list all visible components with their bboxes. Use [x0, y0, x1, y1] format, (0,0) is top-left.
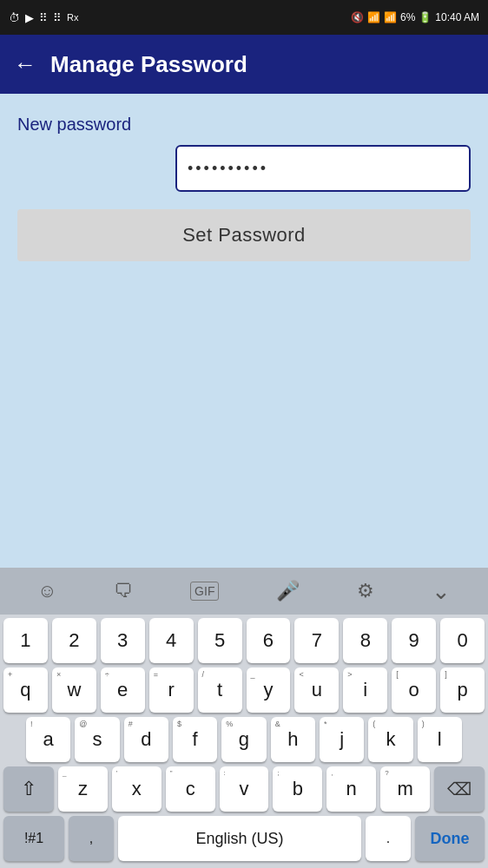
clock-icon: ⏱: [9, 11, 20, 24]
key-7[interactable]: 7: [294, 618, 339, 663]
password-input-wrapper: [17, 145, 471, 192]
key-q[interactable]: +q: [3, 667, 48, 713]
keyboard-bottom-row: !#1 , English (US) . Done: [0, 816, 488, 865]
keyboard-rows: 1 2 3 4 5 6 7 8 9 0 +q ×w ÷e =r /t _y <u…: [0, 615, 488, 812]
key-2[interactable]: 2: [52, 618, 96, 663]
key-g[interactable]: %g: [221, 717, 266, 762]
backspace-key[interactable]: ⌫: [434, 766, 485, 812]
key-d[interactable]: #d: [124, 717, 168, 762]
signal-icon: 📶: [384, 11, 397, 23]
key-9[interactable]: 9: [392, 618, 436, 663]
key-a[interactable]: !a: [26, 717, 70, 762]
set-password-button[interactable]: Set Password: [17, 209, 471, 261]
keyboard: ☺ 🗨 GIF 🎤 ⚙ ⌄ 1 2 3 4 5 6 7 8 9 0 +q ×w …: [0, 568, 488, 868]
key-p[interactable]: ]p: [440, 667, 485, 713]
asdf-row: !a @s #d $f %g &h *j (k )l: [3, 717, 485, 762]
settings-icon[interactable]: ⚙: [357, 580, 374, 602]
key-t[interactable]: /t: [198, 667, 242, 713]
key-j[interactable]: *j: [320, 717, 364, 762]
page-title: Manage Password: [50, 51, 247, 78]
content-area: New password Set Password: [0, 94, 488, 282]
new-password-label: New password: [17, 115, 471, 135]
key-u[interactable]: <u: [294, 667, 339, 713]
battery-icon: 🔋: [419, 11, 432, 23]
key-i[interactable]: >i: [343, 667, 387, 713]
status-bar: ⏱ ▶ ⠿ ⠿ Rx 🔇 📶 📶 6% 🔋 10:40 AM: [0, 0, 488, 35]
key-h[interactable]: &h: [271, 717, 315, 762]
key-0[interactable]: 0: [440, 618, 485, 663]
key-m[interactable]: ?m: [380, 766, 430, 812]
key-5[interactable]: 5: [198, 618, 242, 663]
back-button[interactable]: ←: [14, 51, 36, 78]
password-input[interactable]: [175, 145, 471, 192]
emoji-icon[interactable]: ☺: [37, 580, 56, 602]
battery-percent: 6%: [400, 11, 415, 23]
grid-icon: ⠿: [39, 11, 48, 24]
key-x[interactable]: 'x: [112, 766, 162, 812]
key-s[interactable]: @s: [75, 717, 119, 762]
key-k[interactable]: (k: [368, 717, 412, 762]
number-row: 1 2 3 4 5 6 7 8 9 0: [3, 618, 485, 663]
mic-icon[interactable]: 🎤: [276, 580, 300, 602]
key-z[interactable]: _z: [58, 766, 108, 812]
key-l[interactable]: )l: [418, 717, 462, 762]
key-b[interactable]: ;b: [273, 766, 322, 812]
key-e[interactable]: ÷e: [101, 667, 145, 713]
chevron-down-icon[interactable]: ⌄: [432, 578, 451, 605]
grid2-icon: ⠿: [53, 11, 62, 24]
gif-icon[interactable]: GIF: [190, 582, 219, 601]
key-n[interactable]: ,n: [326, 766, 376, 812]
time-display: 10:40 AM: [435, 11, 479, 23]
key-r[interactable]: =r: [149, 667, 194, 713]
key-c[interactable]: "c: [166, 766, 215, 812]
key-6[interactable]: 6: [247, 618, 291, 663]
sym-key[interactable]: !#1: [3, 816, 64, 861]
keyboard-toolbar: ☺ 🗨 GIF 🎤 ⚙ ⌄: [0, 568, 488, 615]
key-v[interactable]: :v: [220, 766, 269, 812]
app-bar: ← Manage Password: [0, 35, 488, 94]
key-3[interactable]: 3: [101, 618, 145, 663]
space-key[interactable]: English (US): [118, 816, 361, 861]
done-key[interactable]: Done: [415, 816, 485, 861]
comma-key[interactable]: ,: [69, 816, 114, 861]
key-o[interactable]: [o: [392, 667, 436, 713]
qwerty-row: +q ×w ÷e =r /t _y <u >i [o ]p: [3, 667, 485, 713]
status-info-right: 🔇 📶 📶 6% 🔋 10:40 AM: [351, 11, 479, 23]
period-key[interactable]: .: [366, 816, 411, 861]
status-icons-left: ⏱ ▶ ⠿ ⠿ Rx: [9, 11, 78, 24]
key-1[interactable]: 1: [3, 618, 48, 663]
mute-icon: 🔇: [351, 11, 364, 23]
key-8[interactable]: 8: [343, 618, 387, 663]
wifi-icon: 📶: [367, 11, 380, 23]
shift-key[interactable]: ⇧: [3, 766, 54, 812]
key-w[interactable]: ×w: [52, 667, 96, 713]
sticker-icon[interactable]: 🗨: [114, 580, 133, 602]
key-f[interactable]: $f: [173, 717, 217, 762]
rx-icon: Rx: [67, 12, 78, 23]
key-y[interactable]: _y: [247, 667, 291, 713]
key-4[interactable]: 4: [149, 618, 194, 663]
zxcv-row: ⇧ _z 'x "c :v ;b ,n ?m ⌫: [3, 766, 485, 812]
play-icon: ▶: [25, 11, 34, 24]
